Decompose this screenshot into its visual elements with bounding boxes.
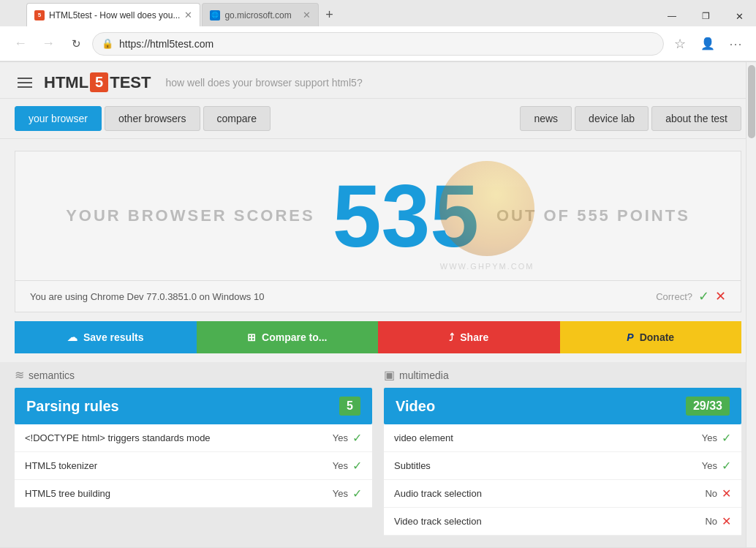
refresh-button[interactable]: ↻ xyxy=(64,32,88,56)
tab-favicon: 5 xyxy=(34,10,45,20)
lock-icon: 🔒 xyxy=(102,38,113,49)
multimedia-label-row: ▣ multimedia xyxy=(384,368,741,382)
score-box: YOUR BROWSER SCORES 535 OUT OF 555 POINT… xyxy=(15,151,741,281)
semantics-card: Parsing rules 5 xyxy=(15,388,372,424)
correct-section: Correct? ✓ ✕ xyxy=(656,288,726,304)
multimedia-card-title: Video xyxy=(396,398,435,415)
multimedia-tests: video element Yes ✓ Subtitles Yes ✓ xyxy=(384,424,741,536)
save-button[interactable]: ☁ Save results xyxy=(15,321,197,353)
test-item: video element Yes ✓ xyxy=(384,424,741,452)
test-name: Subtitles xyxy=(394,460,431,471)
tab-news[interactable]: news xyxy=(520,106,572,131)
hamburger-menu[interactable] xyxy=(15,75,35,91)
semantics-icon: ≋ xyxy=(15,368,24,382)
address-bar[interactable]: 🔒 https://html5test.com xyxy=(92,32,664,56)
test-name: Audio track selection xyxy=(394,488,482,499)
semantics-card-title: Parsing rules xyxy=(26,398,119,415)
forward-button[interactable]: → xyxy=(37,32,60,56)
test-item: Subtitles Yes ✓ xyxy=(384,452,741,480)
test-result: No xyxy=(705,488,717,499)
test-name: HTML5 tree building xyxy=(25,488,110,499)
tab2-favicon: 🌐 xyxy=(210,10,220,20)
tab-your-browser[interactable]: your browser xyxy=(15,106,102,131)
cloud-icon: ☁ xyxy=(67,331,78,343)
semantics-category: ≋ semantics Parsing rules 5 <!DOCTYPE ht… xyxy=(15,368,372,536)
multimedia-icon: ▣ xyxy=(384,368,395,382)
test-item: HTML5 tokenizer Yes ✓ xyxy=(15,452,372,480)
browser-chrome: 5 HTML5test - How well does you... ✕ 🌐 g… xyxy=(0,0,756,62)
test-name: <!DOCTYPE html> triggers standards mode xyxy=(25,432,211,443)
semantics-label: semantics xyxy=(29,369,75,381)
compare-label: Compare to... xyxy=(262,331,327,343)
multimedia-card: Video 29/33 xyxy=(384,388,741,424)
check-icon: ✓ xyxy=(722,431,731,445)
check-icon: ✓ xyxy=(352,431,362,445)
test-result: Yes xyxy=(333,488,348,499)
nav-tabs-left: your browser other browsers compare xyxy=(15,106,271,131)
test-result-row: No ✕ xyxy=(705,487,731,500)
tab-about-the-test[interactable]: about the test xyxy=(651,106,741,131)
test-result-row: No ✕ xyxy=(705,514,731,528)
correct-yes-icon[interactable]: ✓ xyxy=(698,288,709,304)
categories-section: ≋ semantics Parsing rules 5 <!DOCTYPE ht… xyxy=(0,362,756,547)
share-button[interactable]: ⤴ Share xyxy=(378,321,560,353)
multimedia-category: ▣ multimedia Video 29/33 video element Y… xyxy=(384,368,741,536)
action-buttons: ☁ Save results ⊞ Compare to... ⤴ Share P… xyxy=(15,321,741,353)
share-icon: ⤴ xyxy=(449,331,454,343)
hamburger-line-1 xyxy=(18,78,32,79)
logo-5: 5 xyxy=(90,72,108,92)
tab2-title: go.microsoft.com xyxy=(224,10,298,20)
test-result: Yes xyxy=(333,460,348,471)
test-item: HTML5 tree building Yes ✓ xyxy=(15,480,372,508)
nav-tabs-right: news device lab about the test xyxy=(520,106,741,131)
more-button[interactable]: ⋯ xyxy=(724,32,747,56)
donate-label: Donate xyxy=(640,331,674,343)
scrollbar-track[interactable] xyxy=(746,62,756,547)
new-tab-button[interactable]: + xyxy=(319,7,339,23)
hamburger-line-2 xyxy=(18,82,32,83)
tab-title: HTML5test - How well does you... xyxy=(49,10,180,20)
correct-no-icon[interactable]: ✕ xyxy=(715,288,726,304)
close-button[interactable]: ✕ xyxy=(722,3,756,29)
multimedia-label: multimedia xyxy=(399,369,449,381)
tab-other-browsers[interactable]: other browsers xyxy=(105,106,200,131)
semantics-label-row: ≋ semantics xyxy=(15,368,372,382)
compare-button[interactable]: ⊞ Compare to... xyxy=(197,321,379,353)
nav-tabs-bar: your browser other browsers compare news… xyxy=(0,99,756,139)
correct-label: Correct? xyxy=(656,291,692,302)
restore-button[interactable]: ❐ xyxy=(689,3,722,29)
x-icon: ✕ xyxy=(722,487,731,500)
check-icon: ✓ xyxy=(722,459,731,473)
test-result-row: Yes ✓ xyxy=(333,431,362,445)
test-result-row: Yes ✓ xyxy=(702,459,731,473)
tab-device-lab[interactable]: device lab xyxy=(575,106,649,131)
test-result: Yes xyxy=(702,460,717,471)
nav-bar: ← → ↻ 🔒 https://html5test.com ☆ 👤 ⋯ xyxy=(0,26,756,61)
check-icon: ✓ xyxy=(352,459,362,473)
donate-button[interactable]: P Donate xyxy=(560,321,742,353)
score-number: 535 xyxy=(333,172,479,260)
star-button[interactable]: ☆ xyxy=(668,32,692,56)
test-item: <!DOCTYPE html> triggers standards mode … xyxy=(15,424,372,452)
test-result: Yes xyxy=(333,432,348,443)
test-item: Video track selection No ✕ xyxy=(384,508,741,536)
semantics-tests: <!DOCTYPE html> triggers standards mode … xyxy=(15,424,372,508)
site-tagline: how well does your browser support html5… xyxy=(165,77,362,89)
x-icon: ✕ xyxy=(722,514,731,528)
semantics-card-score: 5 xyxy=(339,397,360,416)
inactive-tab[interactable]: 🌐 go.microsoft.com ✕ xyxy=(202,3,319,26)
page-content: HTML 5 TEST how well does your browser s… xyxy=(0,62,756,548)
tab-close-icon[interactable]: ✕ xyxy=(184,10,192,20)
scrollbar-thumb[interactable] xyxy=(748,65,755,138)
test-name: video element xyxy=(394,432,453,443)
logo-test: TEST xyxy=(110,73,151,92)
active-tab[interactable]: 5 HTML5test - How well does you... ✕ xyxy=(26,3,200,26)
account-button[interactable]: 👤 xyxy=(696,32,719,56)
tab2-close-icon[interactable]: ✕ xyxy=(303,10,311,20)
grid-icon: ⊞ xyxy=(247,331,256,343)
tab-compare[interactable]: compare xyxy=(203,106,271,131)
test-name: HTML5 tokenizer xyxy=(25,460,97,471)
back-button[interactable]: ← xyxy=(9,32,32,56)
minimize-button[interactable]: — xyxy=(655,3,689,29)
multimedia-card-score: 29/33 xyxy=(686,397,730,416)
